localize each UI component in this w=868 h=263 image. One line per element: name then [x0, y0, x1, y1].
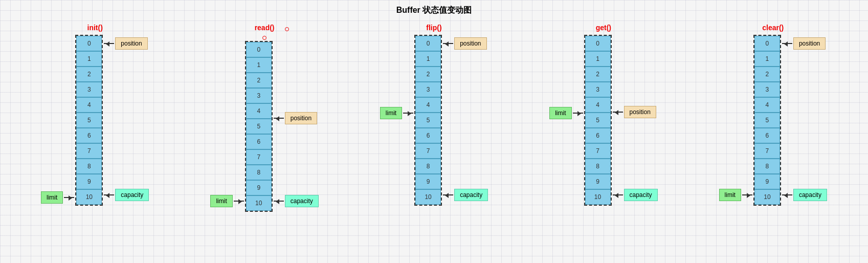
get-cell-7: 7: [585, 143, 611, 159]
clear-position-label: position: [793, 37, 826, 50]
clear-cell-0: 0: [754, 36, 780, 51]
read-cell-9: 9: [246, 180, 272, 195]
read-cell-1: 1: [246, 57, 272, 73]
flip-limit-label: limit: [380, 107, 402, 119]
read-limit-label: limit: [210, 195, 232, 207]
read-cell-8: 8: [246, 165, 272, 180]
clear-cell-1: 1: [754, 51, 780, 67]
read-cell-3: 3: [246, 88, 272, 103]
read-cell-5: 5: [246, 119, 272, 134]
section-flip: flip() limit 0 1 2 3 4 5 6: [380, 24, 488, 206]
flip-cell-8: 8: [415, 159, 441, 174]
read-limit-arrow: [234, 201, 244, 202]
get-cell-5: 5: [585, 113, 611, 128]
read-position-label: position: [285, 112, 317, 124]
flip-capacity-label: capacity: [454, 189, 488, 201]
clear-buffer: 0 1 2 3 4 5 6 7 8 9 10: [753, 35, 781, 206]
init-limit-label: limit: [41, 191, 63, 204]
section-get: get() limit 0 1 2 3 4 5 6: [549, 24, 657, 206]
read-position-arrow: [274, 118, 284, 119]
section-read: read() limit 0 1 2 3 4 5 6 7: [210, 24, 318, 212]
init-buffer: 0 1 2 3 4 5 6 7 8 9 10: [75, 35, 103, 206]
section-init: init() limit 0 1 2 3 4 5 6 7 8 9: [41, 24, 149, 206]
flip-position-arrow: [443, 43, 453, 44]
get-title: get(): [596, 24, 611, 32]
get-capacity-label: capacity: [624, 189, 658, 201]
clear-cell-10: 10: [754, 189, 780, 205]
read-capacity-arrow: [274, 201, 284, 202]
clear-cell-5: 5: [754, 113, 780, 128]
get-cell-9: 9: [585, 174, 611, 189]
read-cell-10: 10: [246, 195, 272, 211]
clear-title: clear(): [762, 24, 784, 32]
get-limit-label: limit: [549, 107, 571, 119]
diagram-container: init() limit 0 1 2 3 4 5 6 7 8 9: [0, 18, 868, 217]
read-cell-6: 6: [246, 134, 272, 149]
get-cell-1: 1: [585, 51, 611, 67]
clear-cell-2: 2: [754, 67, 780, 82]
flip-capacity-arrow: [443, 194, 453, 195]
clear-cell-6: 6: [754, 128, 780, 143]
clear-cell-9: 9: [754, 174, 780, 189]
clear-limit-label: limit: [719, 189, 741, 201]
flip-cell-7: 7: [415, 143, 441, 159]
init-title: init(): [87, 24, 103, 32]
flip-position-label: position: [454, 37, 486, 50]
get-cell-3: 3: [585, 82, 611, 97]
clear-cell-4: 4: [754, 97, 780, 113]
init-capacity-arrow: [104, 194, 114, 195]
read-cell-2: 2: [246, 73, 272, 88]
get-position-arrow: [613, 112, 623, 113]
read-capacity-label: capacity: [285, 195, 319, 207]
get-limit-arrow: [573, 113, 583, 114]
clear-capacity-arrow: [782, 194, 792, 195]
init-cell-3: 3: [76, 82, 102, 97]
clear-limit-arrow: [742, 194, 752, 195]
read-cell-4: 4: [246, 103, 272, 119]
flip-cell-6: 6: [415, 128, 441, 143]
get-cell-8: 8: [585, 159, 611, 174]
init-cell-2: 2: [76, 67, 102, 82]
get-cell-6: 6: [585, 128, 611, 143]
read-cell-0: 0: [246, 42, 272, 57]
flip-buffer: 0 1 2 3 4 5 6 7 8 9 10: [414, 35, 442, 206]
init-limit-arrow: [64, 197, 74, 198]
get-cell-4: 4: [585, 97, 611, 113]
get-cell-10: 10: [585, 189, 611, 205]
read-circle-2: [262, 36, 266, 40]
init-cell-8: 8: [76, 159, 102, 174]
flip-cell-0: 0: [415, 36, 441, 51]
read-circle-1: [285, 27, 289, 31]
flip-cell-5: 5: [415, 113, 441, 128]
clear-cell-8: 8: [754, 159, 780, 174]
flip-limit-arrow: [403, 113, 413, 114]
flip-cell-1: 1: [415, 51, 441, 67]
flip-cell-10: 10: [415, 189, 441, 205]
init-cell-10: 10: [76, 189, 102, 205]
flip-title: flip(): [426, 24, 441, 32]
section-clear: clear() limit 0 1 2 3 4 5 6 7 8 9: [719, 24, 827, 206]
get-buffer: 0 1 2 3 4 5 6 7 8 9 10: [584, 35, 612, 206]
init-capacity-label: capacity: [115, 189, 149, 201]
read-buffer: 0 1 2 3 4 5 6 7 8 9 10: [245, 41, 273, 212]
init-cell-1: 1: [76, 51, 102, 67]
clear-cell-3: 3: [754, 82, 780, 97]
get-capacity-arrow: [613, 194, 623, 195]
init-cell-7: 7: [76, 143, 102, 159]
init-cell-4: 4: [76, 97, 102, 113]
flip-cell-2: 2: [415, 67, 441, 82]
flip-cell-3: 3: [415, 82, 441, 97]
page-title: Buffer 状态值变动图: [0, 0, 868, 16]
init-cell-0: 0: [76, 36, 102, 51]
init-cell-6: 6: [76, 128, 102, 143]
flip-cell-9: 9: [415, 174, 441, 189]
init-cell-5: 5: [76, 113, 102, 128]
clear-capacity-label: capacity: [793, 189, 827, 201]
init-position-label: position: [115, 37, 147, 50]
init-position-arrow: [104, 43, 114, 44]
init-cell-9: 9: [76, 174, 102, 189]
clear-cell-7: 7: [754, 143, 780, 159]
clear-position-arrow: [782, 43, 792, 44]
get-position-label: position: [624, 106, 656, 118]
flip-cell-4: 4: [415, 97, 441, 113]
